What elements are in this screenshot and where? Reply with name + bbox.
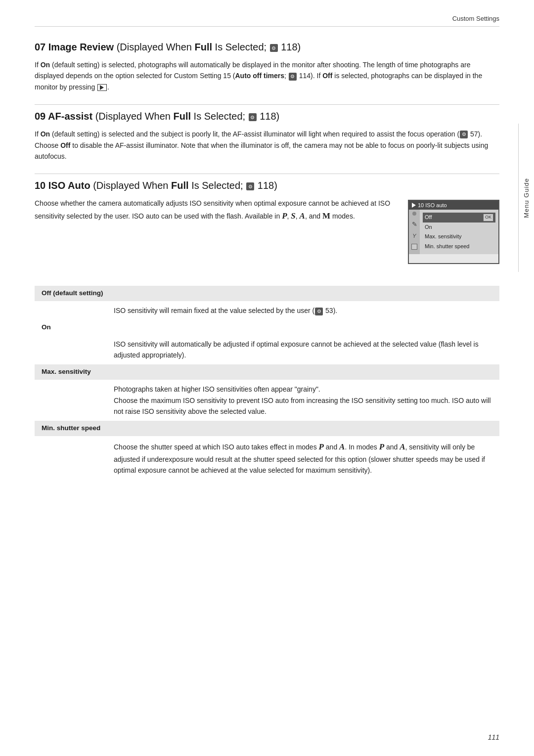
lcd-item-off: Off OK: [423, 213, 495, 222]
lcd-mockup: 10 ISO auto ✎ Y Off OK On: [408, 200, 499, 264]
page-number: 111: [488, 733, 499, 741]
def-desc-on-row: ISO sensitivity will automatically be ad…: [35, 335, 499, 365]
sidebar-label: Menu Guide: [523, 178, 530, 218]
def-term-off: Off (default setting): [35, 286, 499, 301]
section-07-body: If On (default setting) is selected, pho…: [35, 59, 499, 92]
def-desc-min-shutter-row: Choose the shutter speed at which ISO au…: [35, 436, 499, 480]
ref-icon-09b: [460, 131, 468, 138]
lcd-left-icons: ✎ Y: [409, 210, 420, 254]
section-10-text: Choose whether the camera automatically …: [35, 198, 398, 222]
def-desc-max-sensitivity-row: Photographs taken at higher ISO sensitiv…: [35, 380, 499, 421]
def-desc-min-shutter: Choose the shutter speed at which ISO au…: [114, 440, 499, 476]
def-term-on: On: [35, 320, 499, 335]
def-desc-off-row: ISO sensitivity will remain fixed at the…: [35, 301, 499, 320]
lcd-top-bar: 10 ISO auto: [409, 201, 498, 210]
section-09-number: 09: [35, 111, 48, 122]
page-header: Custom Settings: [35, 15, 499, 27]
section-10-number: 10: [35, 180, 48, 191]
def-term-min-shutter: Min. shutter speed: [35, 421, 499, 436]
def-spacer-min: [35, 440, 114, 476]
lcd-menu-items: Off OK On Max. sensitivity Min. shutter …: [420, 210, 498, 254]
right-sidebar: Menu Guide: [518, 124, 534, 272]
def-spacer-max: [35, 384, 114, 417]
section-10-title: 10 ISO Auto (Displayed When Full Is Sele…: [35, 179, 499, 192]
ref-icon-07b: [289, 73, 297, 81]
lcd-dot-icon: [412, 212, 416, 216]
lcd-item-max-sensitivity: Max. sensitivity: [423, 232, 495, 241]
lcd-y-icon: Y: [412, 233, 416, 239]
section-10: 10 ISO Auto (Displayed When Full Is Sele…: [35, 179, 499, 276]
header-title: Custom Settings: [452, 15, 499, 22]
lcd-item-min-shutter: Min. shutter speed: [423, 242, 495, 251]
section-07-number: 07: [35, 42, 48, 52]
lcd-pencil-icon: ✎: [412, 221, 417, 228]
def-spacer: [35, 305, 114, 316]
def-desc-max-sensitivity: Photographs taken at higher ISO sensitiv…: [114, 384, 499, 417]
section-09: 09 AF-assist (Displayed When Full Is Sel…: [35, 110, 499, 174]
section-09-body: If On (default setting) is selected and …: [35, 129, 499, 162]
section-10-content: Choose whether the camera automatically …: [35, 198, 499, 264]
def-term-max-sensitivity: Max. sensitivity: [35, 364, 499, 380]
section-07-title: 07 Image Review (Displayed When Full Is …: [35, 41, 499, 53]
section-10-body: Choose whether the camera automatically …: [35, 198, 398, 222]
ref-icon-10: [246, 182, 254, 190]
section-07: 07 Image Review (Displayed When Full Is …: [35, 41, 499, 105]
lcd-top-label: 10 ISO auto: [418, 202, 447, 208]
section-09-title: 09 AF-assist (Displayed When Full Is Sel…: [35, 110, 499, 123]
lcd-ok-badge: OK: [483, 214, 493, 221]
ref-icon-09: [249, 113, 257, 121]
def-desc-on: ISO sensitivity will automatically be ad…: [114, 339, 499, 361]
page-container: Custom Settings 07 Image Review (Display…: [0, 0, 534, 756]
def-desc-off: ISO sensitivity will remain fixed at the…: [114, 305, 499, 316]
ref-icon-53: [315, 308, 323, 315]
ref-icon-07: [270, 44, 278, 52]
definition-table: Off (default setting) ISO sensitivity wi…: [35, 286, 499, 480]
lcd-checkbox-icon: [411, 244, 417, 250]
lcd-item-on: On: [423, 222, 495, 232]
lcd-play-icon: [412, 203, 416, 208]
play-button-icon: [97, 84, 107, 91]
lcd-body: ✎ Y Off OK On Max. sensitivity Min. shut…: [409, 210, 498, 254]
def-spacer-on: [35, 339, 114, 361]
